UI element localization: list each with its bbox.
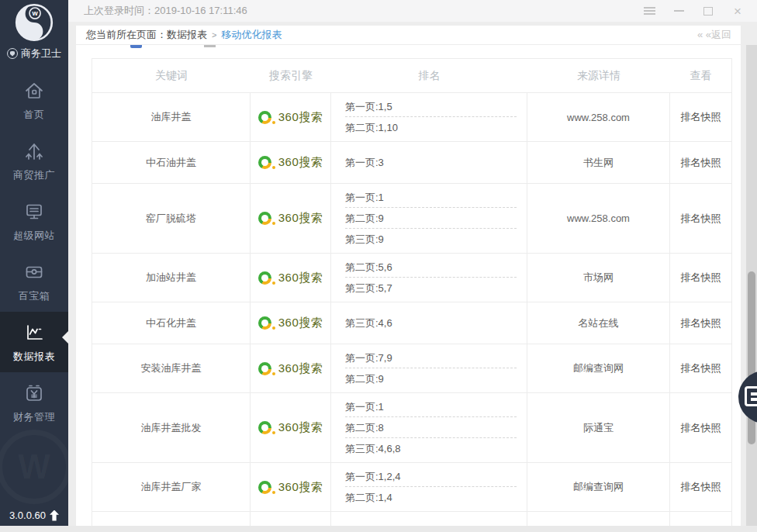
engine-360-logo: 360搜索 [258, 480, 323, 495]
ranking-cell: 第一页:3 [331, 142, 527, 183]
ranking-entry: 第一页:1 [345, 187, 517, 208]
breadcrumb-current-link[interactable]: 移动优化报表 [221, 28, 282, 42]
engine-label: 360搜索 [278, 155, 323, 170]
keyword-cell: 安装油库井盖 [92, 344, 251, 392]
engine-cell: 360搜索 [251, 93, 331, 141]
view-snapshot-link[interactable]: 排名快照 [670, 302, 731, 344]
return-link[interactable]: « «返回 [697, 28, 731, 42]
engine-360-logo: 360搜索 [258, 110, 323, 125]
keyword-cell: 油库井盖批发 [92, 393, 251, 462]
engine-cell: 360搜索 [251, 302, 331, 344]
sidebar-item-label: 财务管理 [13, 410, 55, 424]
ranking-entry: 第三页:5,7 [345, 278, 517, 299]
table-body: 油库井盖 360搜索 第一页:1,5第二页:1,10 www.258.com 排… [92, 93, 731, 512]
engine-cell: 360搜索 [251, 463, 331, 511]
vertical-scrollbar[interactable] [746, 45, 757, 532]
source-cell: www.258.com [527, 93, 670, 141]
maximize-button[interactable] [693, 0, 723, 22]
app-window: 上次登录时间：2019-10-16 17:11:46 × w 商务卫 [0, 0, 757, 532]
ranking-cell: 第一页:7,9第二页:9 [331, 344, 527, 392]
sidebar-item-finance[interactable]: 财务管理 [0, 372, 68, 433]
maximize-icon [703, 7, 713, 16]
engine-cell: 360搜索 [251, 393, 331, 462]
column-header-engine: 搜索引擎 [251, 69, 331, 83]
close-button[interactable]: × [723, 0, 752, 22]
ranking-entry: 第一页:1,5 [345, 96, 517, 117]
source-cell: 邮编查询网 [527, 463, 670, 511]
keyword-cell: 加油站井盖 [92, 254, 251, 302]
360-dot-icon [272, 121, 275, 124]
ranking-cell: 第一页:1,5第二页:1,10 [331, 93, 527, 141]
window-controls: × [634, 0, 752, 22]
view-snapshot-link[interactable]: 排名快照 [670, 463, 731, 511]
brand: 商务卫士 [0, 47, 68, 60]
column-header-view: 查看 [670, 69, 731, 83]
sidebar-item-reports[interactable]: 数据报表 [0, 312, 68, 372]
sidebar-item-toolbox[interactable]: 百宝箱 [0, 251, 68, 312]
ranking-entry: 第一页:7,9 [345, 347, 517, 368]
view-snapshot-link[interactable]: 排名快照 [670, 184, 731, 253]
table-row-partial [92, 512, 731, 526]
ranking-list: 第三页:4,6 [345, 313, 517, 333]
menu-icon[interactable] [634, 0, 664, 22]
column-header-keyword: 关键词 [92, 69, 251, 83]
source-cell: 名站在线 [527, 302, 670, 344]
view-snapshot-link[interactable]: 排名快照 [670, 254, 731, 302]
sidebar-item-promotion[interactable]: 商贸推广 [0, 130, 68, 191]
breadcrumb: 您当前所在页面：数据报表 > 移动优化报表 « «返回 [76, 26, 741, 44]
update-arrow-icon[interactable] [50, 510, 59, 521]
sidebar-item-home[interactable]: 首页 [0, 70, 68, 130]
engine-label: 360搜索 [278, 211, 323, 226]
source-cell: 际通宝 [527, 393, 670, 462]
keyword-cell: 油库井盖 [92, 93, 251, 141]
website-monitor-icon [22, 200, 46, 223]
ranking-cell: 第一页:1第二页:8第三页:4,6,8 [331, 393, 527, 462]
360-dot-icon [272, 491, 275, 494]
view-snapshot-link[interactable]: 排名快照 [670, 393, 731, 462]
view-snapshot-link[interactable]: 排名快照 [670, 344, 731, 392]
window-bottom-edge [0, 526, 757, 532]
360-ring-icon [258, 156, 271, 169]
table-row: 窑厂脱硫塔 360搜索 第一页:1第二页:9第三页:9 www.258.com … [92, 184, 731, 254]
360-dot-icon [272, 372, 275, 375]
table-header: 关键词 搜索引擎 排名 来源详情 查看 [92, 59, 731, 93]
360-ring-icon [258, 421, 271, 434]
ranking-list: 第一页:3 [345, 152, 517, 173]
minimize-icon [674, 10, 684, 12]
ranking-list: 第一页:1,2,4第二页:1,4 [345, 466, 517, 508]
view-snapshot-link[interactable]: 排名快照 [670, 142, 731, 183]
engine-label: 360搜索 [278, 420, 323, 435]
svg-text:w: w [32, 9, 39, 17]
360-ring-icon [258, 212, 271, 225]
version-text: 3.0.0.60 [9, 510, 46, 521]
engine-360-logo: 360搜索 [258, 361, 323, 376]
view-snapshot-link[interactable]: 排名快照 [670, 93, 731, 141]
table-row: 加油站井盖 360搜索 第二页:5,6第三页:5,7 市场网 排名快照 [92, 254, 731, 302]
sidebar-item-website[interactable]: 超级网站 [0, 191, 68, 251]
minimize-button[interactable] [664, 0, 693, 22]
sidebar-item-label: 首页 [24, 108, 45, 122]
engine-cell: 360搜索 [251, 142, 331, 183]
ranking-list: 第一页:1,5第二页:1,10 [345, 96, 517, 138]
ranking-entry: 第三页:9 [345, 229, 517, 250]
app-logo-icon: w [14, 2, 54, 43]
keyword-cell: 窑厂脱硫塔 [92, 184, 251, 253]
ranking-entry: 第一页:1 [345, 396, 517, 417]
ranking-cell: 第二页:5,6第三页:5,7 [331, 254, 527, 302]
ranking-entry: 第一页:1,2,4 [345, 466, 517, 487]
shield-icon [7, 48, 18, 59]
finance-icon [22, 382, 46, 405]
ranking-list: 第一页:1第二页:9第三页:9 [345, 187, 517, 250]
engine-cell: 360搜索 [251, 254, 331, 302]
360-dot-icon [272, 326, 275, 330]
breadcrumb-separator: > [212, 30, 216, 40]
ranking-entry: 第二页:1,4 [345, 487, 517, 508]
engine-360-logo: 360搜索 [258, 155, 323, 170]
source-cell: 市场网 [527, 254, 670, 302]
ranking-entry: 第三页:4,6 [345, 313, 517, 333]
engine-label: 360搜索 [278, 361, 323, 376]
keyword-cell: 油库井盖厂家 [92, 463, 251, 511]
qr-code-icon [745, 386, 757, 406]
table-row: 油库井盖 360搜索 第一页:1,5第二页:1,10 www.258.com 排… [92, 93, 731, 142]
engine-360-logo: 360搜索 [258, 316, 323, 330]
